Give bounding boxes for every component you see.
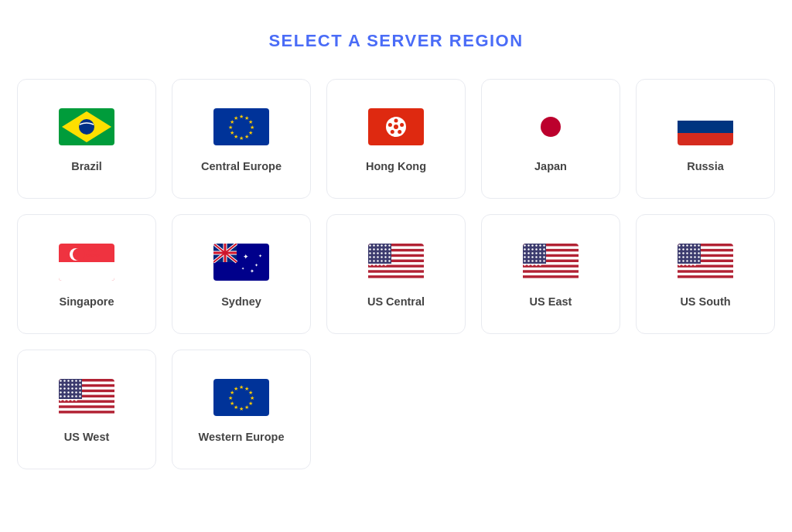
svg-text:★: ★ xyxy=(230,401,234,406)
svg-point-59 xyxy=(369,244,370,246)
svg-point-157 xyxy=(694,248,695,250)
region-label-us-south: US South xyxy=(680,295,730,309)
region-card-us-central[interactable]: US Central xyxy=(326,214,466,334)
region-card-russia[interactable]: Russia xyxy=(636,79,775,199)
svg-point-78 xyxy=(373,256,374,257)
svg-point-73 xyxy=(377,252,378,254)
svg-point-136 xyxy=(535,264,537,265)
svg-text:✦: ✦ xyxy=(258,254,262,258)
svg-point-137 xyxy=(539,264,541,265)
svg-point-151 xyxy=(694,244,695,246)
svg-point-147 xyxy=(678,244,680,246)
region-card-western-europe[interactable]: ★★★★★★★★★★★★ Western Europe xyxy=(172,350,311,469)
svg-text:✦: ✦ xyxy=(254,263,258,268)
svg-point-121 xyxy=(524,256,525,257)
flag-hong-kong xyxy=(368,108,424,145)
svg-point-115 xyxy=(524,252,525,254)
svg-rect-146 xyxy=(678,244,701,264)
region-label-us-east: US East xyxy=(530,295,572,309)
svg-text:★: ★ xyxy=(250,124,254,130)
region-card-us-east[interactable]: US East xyxy=(481,214,620,334)
svg-point-206 xyxy=(71,387,73,389)
svg-point-135 xyxy=(531,264,533,265)
region-card-us-west[interactable]: US West xyxy=(17,350,156,469)
svg-point-21 xyxy=(391,130,394,134)
region-card-singapore[interactable]: ★★★ ★★ Singapore xyxy=(17,214,156,334)
svg-rect-100 xyxy=(523,270,579,272)
region-label-central-europe: Central Europe xyxy=(201,159,282,174)
svg-point-68 xyxy=(381,248,382,250)
region-card-central-europe[interactable]: ★★★★★★★★★★★★ Central Europe xyxy=(172,79,311,199)
svg-point-150 xyxy=(690,244,691,246)
svg-point-180 xyxy=(690,264,691,265)
svg-point-72 xyxy=(373,252,374,254)
svg-rect-58 xyxy=(368,244,391,264)
svg-text:★: ★ xyxy=(248,119,253,124)
svg-point-216 xyxy=(63,395,65,397)
svg-point-67 xyxy=(377,248,378,250)
svg-point-172 xyxy=(682,260,684,261)
svg-text:★: ★ xyxy=(248,401,253,406)
svg-text:✦: ✦ xyxy=(241,266,244,271)
svg-point-123 xyxy=(531,256,533,257)
svg-point-104 xyxy=(527,244,529,246)
region-label-japan: Japan xyxy=(534,159,567,174)
svg-point-208 xyxy=(79,387,80,389)
svg-text:★: ★ xyxy=(234,115,238,121)
svg-point-84 xyxy=(373,260,374,261)
svg-point-129 xyxy=(531,260,533,261)
svg-rect-57 xyxy=(368,275,424,278)
svg-rect-145 xyxy=(678,275,733,278)
svg-point-197 xyxy=(60,384,61,385)
svg-point-156 xyxy=(690,248,691,250)
svg-point-167 xyxy=(686,256,688,257)
flag-brazil xyxy=(59,108,114,145)
svg-point-110 xyxy=(527,248,529,250)
region-card-us-south[interactable]: US South xyxy=(636,214,775,334)
flag-us-central xyxy=(368,244,424,281)
svg-point-132 xyxy=(543,260,544,261)
svg-point-122 xyxy=(527,256,529,257)
region-label-brazil: Brazil xyxy=(71,159,102,174)
svg-point-149 xyxy=(686,244,688,246)
flag-central-europe: ★★★★★★★★★★★★ xyxy=(213,108,269,145)
svg-point-82 xyxy=(388,256,390,257)
svg-point-148 xyxy=(682,244,684,246)
svg-point-25 xyxy=(541,117,561,137)
region-card-hong-kong[interactable]: Hong Kong xyxy=(326,79,466,199)
svg-point-93 xyxy=(384,264,386,265)
flag-us-south xyxy=(678,244,733,281)
svg-point-111 xyxy=(531,248,533,250)
svg-point-112 xyxy=(535,248,537,250)
region-card-sydney[interactable]: ✦ ✦ ✦ ✦ ✦ Sydney xyxy=(172,214,311,334)
svg-point-164 xyxy=(698,252,699,254)
svg-point-90 xyxy=(373,264,374,265)
svg-point-223 xyxy=(67,399,69,401)
svg-text:★: ★ xyxy=(234,404,238,410)
svg-point-118 xyxy=(535,252,537,254)
svg-point-214 xyxy=(79,391,80,393)
svg-point-175 xyxy=(694,260,695,261)
svg-point-205 xyxy=(67,387,69,389)
svg-point-128 xyxy=(527,260,529,261)
svg-rect-143 xyxy=(678,265,733,268)
region-label-russia: Russia xyxy=(687,159,724,174)
svg-point-217 xyxy=(67,395,69,397)
svg-point-198 xyxy=(63,384,65,385)
svg-point-76 xyxy=(388,252,390,254)
region-label-us-central: US Central xyxy=(367,295,425,309)
svg-point-23 xyxy=(394,124,398,129)
svg-point-159 xyxy=(678,252,680,254)
svg-point-2 xyxy=(79,119,94,135)
region-card-japan[interactable]: Japan xyxy=(481,79,620,199)
svg-point-173 xyxy=(686,260,688,261)
svg-point-116 xyxy=(527,252,529,254)
region-label-singapore: Singapore xyxy=(60,295,114,309)
svg-rect-187 xyxy=(59,401,114,403)
svg-point-170 xyxy=(698,256,699,257)
svg-point-213 xyxy=(75,391,77,393)
svg-point-108 xyxy=(543,244,544,246)
region-card-brazil[interactable]: Brazil xyxy=(17,79,156,199)
svg-point-169 xyxy=(694,256,695,257)
svg-text:★★: ★★ xyxy=(88,247,97,253)
